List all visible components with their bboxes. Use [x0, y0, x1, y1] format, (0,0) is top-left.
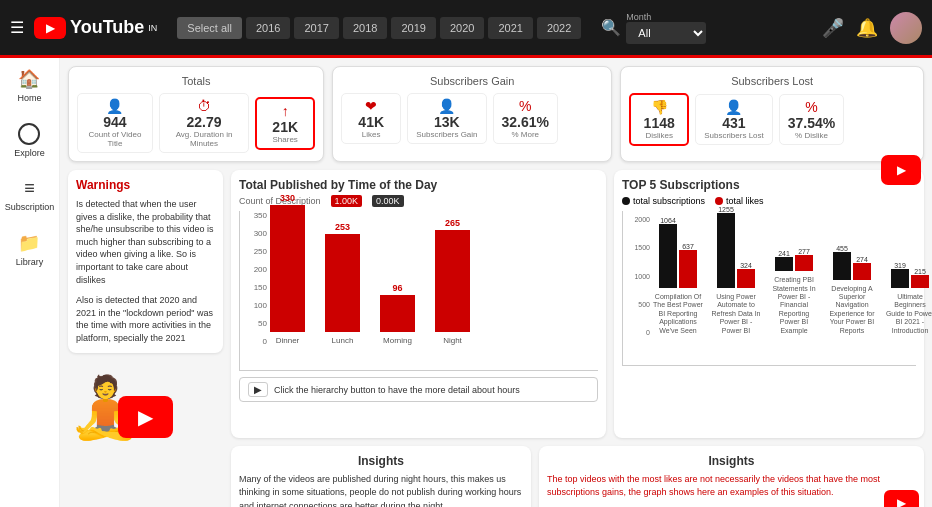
subs-bar-rect [775, 257, 793, 271]
metric-label-likes: Likes [362, 130, 381, 139]
grouped-bar-label: Developing A Superior Navigation Experie… [827, 285, 877, 335]
totals-card: Totals 👤 944 Count of Video Title ⏱ 22.7… [68, 66, 324, 162]
likes-bar-rect [795, 255, 813, 272]
bar-label: Lunch [332, 336, 354, 345]
subscribers-gain-card: Subscribers Gain ❤ 41K Likes 👤 13K Subsc… [332, 66, 612, 162]
warnings-text1: Is detected that when the user gives a d… [76, 198, 215, 286]
bar-value: 330 [280, 193, 295, 203]
tab-select-all[interactable]: Select all [177, 17, 242, 39]
bar-group-night: 265 Night [435, 218, 470, 345]
subscription-icon: ≡ [24, 178, 35, 199]
youtube-logo-icon [34, 17, 66, 39]
chart-val1: 1.00K [331, 195, 363, 207]
bar-chart-container: 350 300 250 200 150 100 50 0 330 Dinner … [239, 211, 598, 371]
bar-label: Morning [383, 336, 412, 345]
legend-likes-label: total likes [726, 196, 764, 206]
subs-bar: 241 [775, 250, 793, 271]
grouped-bars: 1255 324 [717, 206, 755, 288]
grouped-bars: 455 274 [833, 245, 871, 279]
dislike-icon: 👎 [651, 99, 668, 115]
hamburger-icon[interactable]: ☰ [10, 18, 24, 37]
metric-label-videos: Count of Video Title [86, 130, 144, 148]
insights-card-2: Insights The top videos with the most li… [539, 446, 924, 507]
likes-bar-rect [679, 250, 697, 288]
play-button[interactable]: ▶ [248, 382, 268, 397]
metric-likes: ❤ 41K Likes [341, 93, 401, 144]
grouped-bar-label: Creating PBI Statements In Power BI - Fi… [769, 276, 819, 335]
likes-val: 324 [737, 262, 755, 269]
subscribers-lost-title: Subscribers Lost [629, 75, 915, 87]
bar-value: 265 [445, 218, 460, 228]
grouped-bar-group: 241 277 Creating PBI Statements In Power… [769, 248, 819, 335]
metric-pct-dislike: % 37.54% % Dislike [779, 94, 844, 145]
subs-val: 455 [833, 245, 851, 252]
tab-2020[interactable]: 2020 [440, 17, 484, 39]
metric-value-videos: 944 [103, 114, 126, 130]
metric-label-pct-more: % More [512, 130, 540, 139]
grouped-bar-group: 1255 324 Using Power Automate to Refresh… [711, 206, 761, 335]
metric-avg-duration: ⏱ 22.79 Avg. Duration in Minutes [159, 93, 249, 153]
main-layout: 🏠 Home Explore ≡ Subscription 📁 Library … [0, 58, 932, 507]
sidebar-item-library[interactable]: 📁 Library [16, 232, 44, 267]
tab-2019[interactable]: 2019 [391, 17, 435, 39]
bar-group-dinner: 330 Dinner [270, 193, 305, 345]
legend-total-likes: total likes [715, 196, 764, 206]
subs-bar: 1064 [659, 217, 677, 288]
tab-2017[interactable]: 2017 [294, 17, 338, 39]
subs-bar: 319 [891, 262, 909, 288]
grouped-bars: 319 215 [891, 262, 929, 288]
warnings-card: Warnings Is detected that when the user … [68, 170, 223, 353]
logo-text: YouTube [70, 17, 144, 38]
metric-cards-row: Totals 👤 944 Count of Video Title ⏱ 22.7… [68, 66, 924, 162]
user-lost-icon: 👤 [725, 99, 742, 115]
search-label: Month [626, 12, 706, 22]
sidebar-item-explore[interactable]: Explore [14, 123, 45, 158]
likes-bar: 274 [853, 256, 871, 279]
likes-val: 277 [795, 248, 813, 255]
metric-pct-more: % 32.61% % More [493, 93, 558, 144]
grouped-bar-group: 455 274 Developing A Superior Navigation… [827, 245, 877, 335]
sidebar-item-home[interactable]: 🏠 Home [17, 68, 41, 103]
likes-bar: 324 [737, 262, 755, 288]
percent-more-icon: % [519, 98, 531, 114]
bar-label: Night [443, 336, 462, 345]
bottom-left-spacer [68, 446, 223, 507]
tab-2021[interactable]: 2021 [488, 17, 532, 39]
sidebar-label-explore: Explore [14, 148, 45, 158]
sidebar-item-subscription[interactable]: ≡ Subscription [5, 178, 55, 212]
decorative-girl: 🧘 ▶ [68, 358, 223, 438]
warnings-text2: Also is detected that 2020 and 2021 in t… [76, 294, 215, 344]
header: ☰ YouTubeIN Select all 2016 2017 2018 20… [0, 0, 932, 55]
bell-icon[interactable]: 🔔 [856, 17, 878, 39]
sidebar-label-library: Library [16, 257, 44, 267]
insights1-title: Insights [239, 454, 523, 468]
grouped-bar-label: Compilation Of The Best Power BI Reporti… [653, 293, 703, 335]
chart-note: ▶ Click the hierarchy button to have the… [239, 377, 598, 402]
avatar[interactable] [890, 12, 922, 44]
tab-2016[interactable]: 2016 [246, 17, 290, 39]
microphone-icon[interactable]: 🎤 [822, 17, 844, 39]
grouped-bar-group: 319 215 Ultimate Beginners Guide to Powe… [885, 262, 932, 335]
likes-bar-rect [853, 263, 871, 279]
clock-icon: ⏱ [197, 98, 211, 114]
content: Totals 👤 944 Count of Video Title ⏱ 22.7… [60, 58, 932, 507]
tab-2018[interactable]: 2018 [343, 17, 387, 39]
metric-value-dislikes: 1148 [644, 115, 675, 131]
metric-value-pct-dislike: 37.54% [788, 115, 835, 131]
grouped-bar-chart: 1064 637 Compilation Of The Best Power B… [622, 211, 916, 366]
bar-label: Dinner [276, 336, 300, 345]
metric-dislikes: 👎 1148 Dislikes [629, 93, 689, 146]
search-button[interactable]: 🔍 [601, 18, 621, 37]
metric-shares: ↑ 21K Shares [255, 97, 315, 150]
bar-rect [270, 205, 305, 332]
month-select[interactable]: All [626, 22, 706, 44]
totals-title: Totals [77, 75, 315, 87]
logo: YouTubeIN [34, 17, 157, 39]
tab-2022[interactable]: 2022 [537, 17, 581, 39]
top5-card: TOP 5 Subscriptions total subscriptions … [614, 170, 924, 438]
sidebar: 🏠 Home Explore ≡ Subscription 📁 Library [0, 58, 60, 507]
top5-title: TOP 5 Subscriptions [622, 178, 916, 192]
metric-label-subs-lost: Subscribers Lost [704, 131, 764, 140]
metric-value-pct-more: 32.61% [502, 114, 549, 130]
metric-value-duration: 22.79 [187, 114, 222, 130]
